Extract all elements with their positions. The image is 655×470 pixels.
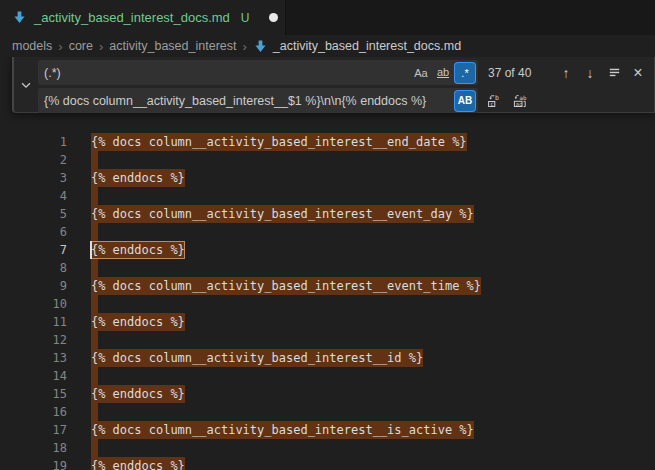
line-number: 12 xyxy=(29,331,67,349)
svg-text:ac: ac xyxy=(516,100,523,106)
selection-icon xyxy=(607,65,622,80)
code-line[interactable]: 3{% enddocs %} xyxy=(0,151,655,169)
line-number: 11 xyxy=(29,313,67,331)
line-number: 7 xyxy=(29,241,67,259)
find-match-highlight: {% docs column__activity_based_interest_… xyxy=(91,421,474,439)
code-line[interactable]: 7{% enddocs %} xyxy=(0,223,655,241)
tab-bar: _activity_based_interest_docs.md U xyxy=(0,0,655,35)
next-match-button[interactable]: ↓ xyxy=(580,63,600,83)
match-count: 37 of 40 xyxy=(488,66,531,80)
modified-dot-icon[interactable] xyxy=(269,13,278,22)
line-number: 5 xyxy=(29,205,67,223)
replace-input[interactable] xyxy=(38,88,478,113)
find-match-highlight xyxy=(91,295,98,313)
code-text: {% enddocs %} xyxy=(91,313,185,331)
line-number: 8 xyxy=(29,259,67,277)
breadcrumb-separator-icon: › xyxy=(57,39,63,54)
code-line[interactable]: 5{% docs column__activity_based_interest… xyxy=(0,187,655,205)
find-match-highlight xyxy=(91,259,98,277)
close-find-widget-button[interactable]: × xyxy=(628,63,648,83)
find-match-highlight: {% docs column__activity_based_interest_… xyxy=(91,277,481,295)
text-cursor xyxy=(90,241,92,259)
whole-word-label: ab xyxy=(437,67,449,78)
find-match-highlight: {% enddocs %} xyxy=(91,169,185,187)
find-match-highlight xyxy=(91,331,98,349)
code-text xyxy=(91,439,98,457)
whole-word-toggle[interactable]: ab xyxy=(433,63,453,83)
markdown-icon xyxy=(12,10,27,25)
find-match-highlight xyxy=(91,151,98,169)
code-text: {% docs column__activity_based_interest_… xyxy=(91,349,423,367)
find-match-highlight xyxy=(91,223,98,241)
previous-match-button[interactable]: ↑ xyxy=(556,63,576,83)
line-number: 14 xyxy=(29,367,67,385)
code-lines: 1{% docs column__activity_based_interest… xyxy=(0,57,655,470)
code-text: {% docs column__activity_based_interest_… xyxy=(91,421,474,439)
line-number: 16 xyxy=(29,403,67,421)
code-text: {% enddocs %} xyxy=(91,457,185,470)
svg-text:b: b xyxy=(495,94,499,102)
code-line[interactable]: 17{% docs column__activity_based_interes… xyxy=(0,403,655,421)
code-line[interactable]: 1{% docs column__activity_based_interest… xyxy=(0,115,655,133)
code-text xyxy=(91,331,98,349)
regex-toggle[interactable]: .* xyxy=(455,63,475,83)
code-text: {% docs column__activity_based_interest_… xyxy=(91,277,481,295)
match-case-toggle[interactable]: Aa xyxy=(411,63,431,83)
replace-all-button[interactable]: ab ac xyxy=(510,91,530,111)
find-replace-widget: Aa ab .* 37 of 40 ↑ ↓ xyxy=(12,57,655,113)
find-match-highlight: {% docs column__activity_based_interest_… xyxy=(91,205,474,223)
code-line[interactable]: 13{% docs column__activity_based_interes… xyxy=(0,331,655,349)
code-line[interactable]: 15{% enddocs %} xyxy=(0,367,655,385)
code-text: {% enddocs %} xyxy=(91,241,185,259)
breadcrumb: models › core › activity_based_interest … xyxy=(0,35,655,57)
breadcrumb-file-label: _activity_based_interest_docs.md xyxy=(273,39,461,53)
breadcrumb-item-file[interactable]: _activity_based_interest_docs.md xyxy=(253,39,461,54)
code-text xyxy=(91,403,98,421)
line-number: 19 xyxy=(29,457,67,470)
code-line[interactable]: 11{% enddocs %} xyxy=(0,295,655,313)
preserve-case-toggle[interactable]: AB xyxy=(455,91,475,111)
find-in-selection-button[interactable] xyxy=(604,63,624,83)
code-text xyxy=(91,151,98,169)
find-match-highlight: {% docs column__activity_based_interest_… xyxy=(91,349,423,367)
breadcrumb-item-activity-based-interest[interactable]: activity_based_interest xyxy=(109,39,236,53)
line-number: 10 xyxy=(29,295,67,313)
replace-button[interactable]: b c xyxy=(484,91,504,111)
line-number: 6 xyxy=(29,223,67,241)
breadcrumb-item-models[interactable]: models xyxy=(12,39,52,53)
line-number: 1 xyxy=(29,133,67,151)
code-line[interactable]: 9{% docs column__activity_based_interest… xyxy=(0,259,655,277)
line-number: 17 xyxy=(29,421,67,439)
code-text: {% docs column__activity_based_interest_… xyxy=(91,133,467,151)
code-text xyxy=(91,367,98,385)
find-match-highlight: {% enddocs %} xyxy=(91,385,185,403)
line-number: 18 xyxy=(29,439,67,457)
line-number: 2 xyxy=(29,151,67,169)
find-match-highlight xyxy=(91,187,98,205)
find-match-highlight xyxy=(91,403,98,421)
toggle-replace-chevron-icon[interactable] xyxy=(17,76,35,94)
line-number: 9 xyxy=(29,277,67,295)
find-match-highlight: {% docs column__activity_based_interest_… xyxy=(91,133,467,151)
code-text xyxy=(91,295,98,313)
find-match-highlight xyxy=(91,367,98,385)
tab-activity-docs[interactable]: _activity_based_interest_docs.md U xyxy=(0,0,286,35)
find-match-highlight: {% enddocs %} xyxy=(91,457,185,470)
line-number: 4 xyxy=(29,187,67,205)
line-number: 13 xyxy=(29,349,67,367)
line-number: 15 xyxy=(29,385,67,403)
tab-title: _activity_based_interest_docs.md xyxy=(34,10,230,25)
code-text: {% enddocs %} xyxy=(91,169,185,187)
svg-text:c: c xyxy=(490,99,494,106)
find-match-highlight: {% enddocs %} xyxy=(91,241,185,259)
code-line[interactable]: 19{% enddocs %} xyxy=(0,439,655,457)
replace-all-icon: ab ac xyxy=(512,93,528,109)
code-text: {% docs column__activity_based_interest_… xyxy=(91,205,474,223)
git-status-badge: U xyxy=(241,11,250,25)
replace-icon: b c xyxy=(486,93,502,109)
code-text xyxy=(91,259,98,277)
code-text xyxy=(91,187,98,205)
breadcrumb-item-core[interactable]: core xyxy=(69,39,93,53)
editor-pane[interactable]: Aa ab .* 37 of 40 ↑ ↓ xyxy=(0,57,655,470)
breadcrumb-separator-icon: › xyxy=(98,39,104,54)
